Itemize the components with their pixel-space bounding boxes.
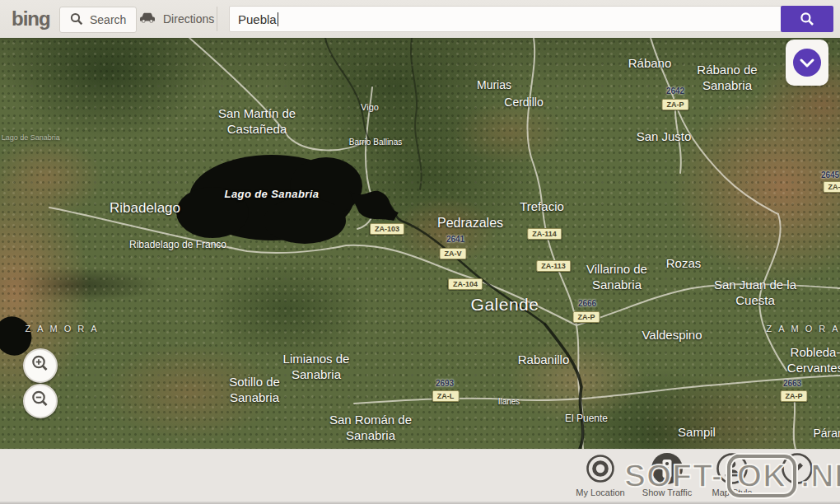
search-tab-label: Search <box>90 13 126 26</box>
traffic-light-icon <box>651 452 684 485</box>
appbar-item-label: My Location <box>576 488 624 497</box>
zoom-in-icon <box>30 353 51 378</box>
zoom-out-button[interactable] <box>23 384 58 418</box>
directions-tab-label: Directions <box>163 12 214 26</box>
appbar-item-label: Show Traffic <box>642 488 692 497</box>
text-caret <box>278 12 278 26</box>
target-icon <box>584 452 617 485</box>
app-commands-tab[interactable] <box>786 40 828 86</box>
map-style-icon <box>716 452 749 485</box>
appbar-item-label: Map Style <box>712 488 753 497</box>
search-icon <box>70 12 83 28</box>
pencil-icon <box>781 452 814 485</box>
chevron-down-circle[interactable] <box>792 48 822 77</box>
appbar-show-traffic-button[interactable]: Show Traffic <box>634 452 700 497</box>
app-bar: My LocationShow TrafficMap Style <box>0 449 840 504</box>
appbar-add-note-button[interactable] <box>764 452 830 488</box>
map-canvas[interactable]: San Martín de CastañedaVigoBarrio Ballin… <box>0 38 840 449</box>
lake-shape <box>0 155 399 362</box>
topbar-separator <box>217 7 217 31</box>
zoom-out-icon <box>30 389 51 413</box>
appbar-map-style-button[interactable]: Map Style <box>699 452 765 497</box>
bing-logo[interactable]: bing <box>12 7 50 30</box>
directions-tab-button[interactable]: Directions <box>128 7 224 31</box>
search-input-value: Puebla <box>238 12 277 26</box>
car-icon <box>138 12 156 26</box>
search-submit-button[interactable] <box>781 6 833 32</box>
top-bar: bing Search Directions Puebla <box>0 0 840 38</box>
map-terrain-features <box>0 38 840 449</box>
search-input[interactable]: Puebla <box>229 6 792 32</box>
search-tab-button[interactable]: Search <box>59 7 137 33</box>
zoom-in-button[interactable] <box>23 348 58 383</box>
appbar-my-location-button[interactable]: My Location <box>567 452 633 497</box>
